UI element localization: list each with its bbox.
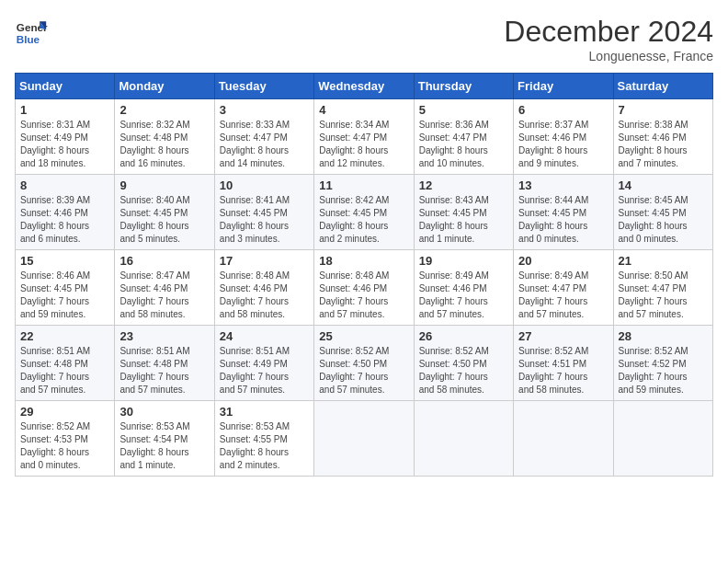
cell-info: Sunrise: 8:50 AMSunset: 4:47 PMDaylight:… xyxy=(619,270,708,321)
day-number: 1 xyxy=(20,103,109,117)
week-row-2: 8Sunrise: 8:39 AMSunset: 4:46 PMDaylight… xyxy=(16,175,713,250)
cell-info: Sunrise: 8:52 AMSunset: 4:50 PMDaylight:… xyxy=(319,345,408,396)
calendar-cell: 25Sunrise: 8:52 AMSunset: 4:50 PMDayligh… xyxy=(314,326,414,401)
day-number: 24 xyxy=(220,329,309,343)
day-number: 23 xyxy=(119,329,209,343)
calendar-cell: 18Sunrise: 8:48 AMSunset: 4:46 PMDayligh… xyxy=(314,250,414,326)
cell-info: Sunrise: 8:36 AMSunset: 4:47 PMDaylight:… xyxy=(419,119,508,170)
calendar-cell: 26Sunrise: 8:52 AMSunset: 4:50 PMDayligh… xyxy=(414,326,513,401)
title-block: December 2024 Longuenesse, France xyxy=(504,15,713,63)
calendar-cell: 6Sunrise: 8:37 AMSunset: 4:46 PMDaylight… xyxy=(514,99,613,175)
day-number: 27 xyxy=(518,329,608,343)
cell-info: Sunrise: 8:51 AMSunset: 4:49 PMDaylight:… xyxy=(220,345,309,396)
cell-info: Sunrise: 8:52 AMSunset: 4:50 PMDaylight:… xyxy=(419,345,508,396)
calendar-cell: 22Sunrise: 8:51 AMSunset: 4:48 PMDayligh… xyxy=(16,326,115,401)
calendar-cell: 23Sunrise: 8:51 AMSunset: 4:48 PMDayligh… xyxy=(115,326,214,401)
day-number: 11 xyxy=(319,178,408,192)
cell-info: Sunrise: 8:53 AMSunset: 4:54 PMDaylight:… xyxy=(119,420,209,472)
calendar-cell: 16Sunrise: 8:47 AMSunset: 4:46 PMDayligh… xyxy=(115,250,214,326)
cell-info: Sunrise: 8:53 AMSunset: 4:55 PMDaylight:… xyxy=(220,420,309,472)
cell-info: Sunrise: 8:32 AMSunset: 4:48 PMDaylight:… xyxy=(119,119,209,170)
calendar-cell: 11Sunrise: 8:42 AMSunset: 4:45 PMDayligh… xyxy=(314,175,414,250)
calendar-cell: 5Sunrise: 8:36 AMSunset: 4:47 PMDaylight… xyxy=(414,99,513,175)
calendar-cell: 17Sunrise: 8:48 AMSunset: 4:46 PMDayligh… xyxy=(214,250,313,326)
page-header: General Blue December 2024 Longuenesse, … xyxy=(15,15,713,63)
calendar-cell: 15Sunrise: 8:46 AMSunset: 4:45 PMDayligh… xyxy=(16,250,115,326)
calendar-cell: 13Sunrise: 8:44 AMSunset: 4:45 PMDayligh… xyxy=(514,175,613,250)
calendar-cell xyxy=(613,401,712,477)
day-number: 10 xyxy=(220,178,309,192)
day-number: 3 xyxy=(220,103,309,117)
calendar-cell xyxy=(314,401,414,477)
svg-text:Blue: Blue xyxy=(17,33,40,45)
calendar-cell: 4Sunrise: 8:34 AMSunset: 4:47 PMDaylight… xyxy=(314,99,414,175)
calendar-cell: 21Sunrise: 8:50 AMSunset: 4:47 PMDayligh… xyxy=(613,250,712,326)
calendar-cell xyxy=(514,401,613,477)
calendar-table: SundayMondayTuesdayWednesdayThursdayFrid… xyxy=(15,73,713,477)
day-number: 2 xyxy=(119,103,209,117)
header-saturday: Saturday xyxy=(613,74,712,99)
calendar-cell: 10Sunrise: 8:41 AMSunset: 4:45 PMDayligh… xyxy=(214,175,313,250)
cell-info: Sunrise: 8:34 AMSunset: 4:47 PMDaylight:… xyxy=(319,119,408,170)
cell-info: Sunrise: 8:52 AMSunset: 4:51 PMDaylight:… xyxy=(518,345,608,396)
day-number: 7 xyxy=(619,103,708,117)
day-number: 26 xyxy=(419,329,508,343)
cell-info: Sunrise: 8:33 AMSunset: 4:47 PMDaylight:… xyxy=(220,119,309,170)
cell-info: Sunrise: 8:52 AMSunset: 4:52 PMDaylight:… xyxy=(619,345,708,396)
day-number: 25 xyxy=(319,329,408,343)
cell-info: Sunrise: 8:44 AMSunset: 4:45 PMDaylight:… xyxy=(518,194,608,246)
calendar-cell: 14Sunrise: 8:45 AMSunset: 4:45 PMDayligh… xyxy=(613,175,712,250)
day-number: 21 xyxy=(619,254,708,268)
day-number: 13 xyxy=(518,178,608,192)
day-number: 22 xyxy=(20,329,109,343)
week-row-1: 1Sunrise: 8:31 AMSunset: 4:49 PMDaylight… xyxy=(16,99,713,175)
calendar-cell: 24Sunrise: 8:51 AMSunset: 4:49 PMDayligh… xyxy=(214,326,313,401)
day-number: 14 xyxy=(619,178,708,192)
cell-info: Sunrise: 8:46 AMSunset: 4:45 PMDaylight:… xyxy=(20,270,109,321)
header-wednesday: Wednesday xyxy=(314,74,414,99)
calendar-cell: 31Sunrise: 8:53 AMSunset: 4:55 PMDayligh… xyxy=(214,401,313,477)
cell-info: Sunrise: 8:38 AMSunset: 4:46 PMDaylight:… xyxy=(619,119,708,170)
cell-info: Sunrise: 8:51 AMSunset: 4:48 PMDaylight:… xyxy=(20,345,109,396)
calendar-cell xyxy=(414,401,513,477)
day-number: 19 xyxy=(419,254,508,268)
location: Longuenesse, France xyxy=(504,49,713,63)
calendar-cell: 3Sunrise: 8:33 AMSunset: 4:47 PMDaylight… xyxy=(214,99,313,175)
calendar-header-row: SundayMondayTuesdayWednesdayThursdayFrid… xyxy=(16,74,713,99)
week-row-4: 22Sunrise: 8:51 AMSunset: 4:48 PMDayligh… xyxy=(16,326,713,401)
cell-info: Sunrise: 8:31 AMSunset: 4:49 PMDaylight:… xyxy=(20,119,109,170)
day-number: 15 xyxy=(20,254,109,268)
day-number: 31 xyxy=(220,405,309,419)
calendar-body: 1Sunrise: 8:31 AMSunset: 4:49 PMDaylight… xyxy=(16,99,713,477)
day-number: 28 xyxy=(619,329,708,343)
cell-info: Sunrise: 8:37 AMSunset: 4:46 PMDaylight:… xyxy=(518,119,608,170)
day-number: 9 xyxy=(119,178,209,192)
cell-info: Sunrise: 8:52 AMSunset: 4:53 PMDaylight:… xyxy=(20,420,109,472)
header-friday: Friday xyxy=(514,74,613,99)
calendar-cell: 29Sunrise: 8:52 AMSunset: 4:53 PMDayligh… xyxy=(16,401,115,477)
cell-info: Sunrise: 8:47 AMSunset: 4:46 PMDaylight:… xyxy=(119,270,209,321)
cell-info: Sunrise: 8:40 AMSunset: 4:45 PMDaylight:… xyxy=(119,194,209,246)
cell-info: Sunrise: 8:48 AMSunset: 4:46 PMDaylight:… xyxy=(319,270,408,321)
day-number: 17 xyxy=(220,254,309,268)
cell-info: Sunrise: 8:42 AMSunset: 4:45 PMDaylight:… xyxy=(319,194,408,246)
cell-info: Sunrise: 8:48 AMSunset: 4:46 PMDaylight:… xyxy=(220,270,309,321)
week-row-3: 15Sunrise: 8:46 AMSunset: 4:45 PMDayligh… xyxy=(16,250,713,326)
day-number: 12 xyxy=(419,178,508,192)
calendar-cell: 7Sunrise: 8:38 AMSunset: 4:46 PMDaylight… xyxy=(613,99,712,175)
cell-info: Sunrise: 8:49 AMSunset: 4:46 PMDaylight:… xyxy=(419,270,508,321)
calendar-cell: 28Sunrise: 8:52 AMSunset: 4:52 PMDayligh… xyxy=(613,326,712,401)
week-row-5: 29Sunrise: 8:52 AMSunset: 4:53 PMDayligh… xyxy=(16,401,713,477)
day-number: 8 xyxy=(20,178,109,192)
day-number: 18 xyxy=(319,254,408,268)
day-number: 20 xyxy=(518,254,608,268)
logo: General Blue xyxy=(15,15,48,48)
cell-info: Sunrise: 8:43 AMSunset: 4:45 PMDaylight:… xyxy=(419,194,508,246)
logo-icon: General Blue xyxy=(15,15,48,48)
cell-info: Sunrise: 8:49 AMSunset: 4:47 PMDaylight:… xyxy=(518,270,608,321)
day-number: 29 xyxy=(20,405,109,419)
calendar-cell: 20Sunrise: 8:49 AMSunset: 4:47 PMDayligh… xyxy=(514,250,613,326)
calendar-cell: 30Sunrise: 8:53 AMSunset: 4:54 PMDayligh… xyxy=(115,401,214,477)
header-tuesday: Tuesday xyxy=(214,74,313,99)
calendar-cell: 8Sunrise: 8:39 AMSunset: 4:46 PMDaylight… xyxy=(16,175,115,250)
